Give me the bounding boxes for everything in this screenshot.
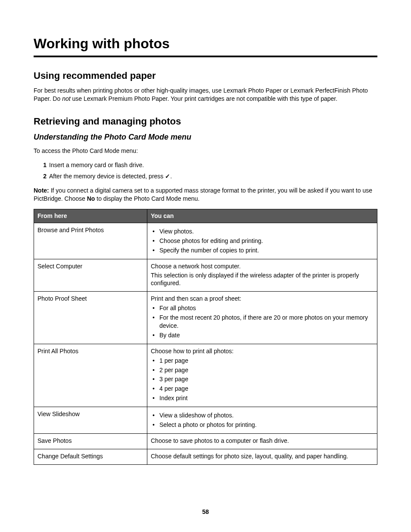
step-number: 2 [39, 172, 47, 180]
table-cell-from-here: Photo Proof Sheet [34, 292, 147, 344]
step-tail: . [170, 173, 172, 180]
cell-bullet: 3 per page [153, 375, 374, 383]
cell-bullet: For all photos [153, 304, 374, 312]
cell-line: This selection is only displayed if the … [151, 271, 374, 288]
intro-text: To access the Photo Card Mode menu: [34, 147, 377, 155]
cell-bullet: 1 per page [153, 357, 374, 365]
paragraph-recommended-paper: For best results when printing photos or… [34, 87, 377, 103]
section-recommended-paper: Using recommended paper For best results… [34, 69, 377, 103]
note-paragraph: Note: If you connect a digital camera se… [34, 187, 377, 203]
table-row: Change Default SettingsChoose default se… [34, 449, 377, 464]
table-cell-you-can: Choose how to print all photos:1 per pag… [147, 344, 377, 407]
table-row: Browse and Print PhotosView photos.Choos… [34, 223, 377, 259]
cell-bullet-list: For all photosFor the most recent 20 pho… [151, 304, 374, 339]
table-cell-from-here: Print All Photos [34, 344, 147, 407]
note-text: to display the Photo Card Mode menu. [95, 195, 199, 202]
cell-bullet: Index print [153, 394, 374, 402]
step-2: 2After the memory device is detected, pr… [39, 172, 377, 180]
table-cell-you-can: Print and then scan a proof sheet:For al… [147, 292, 377, 344]
cell-bullet-list: 1 per page2 per page3 per page4 per page… [151, 357, 374, 402]
table-cell-you-can: Choose a network host computer.This sele… [147, 259, 377, 292]
check-icon: ✓ [165, 173, 170, 180]
cell-bullet: Specify the number of copies to print. [153, 246, 374, 255]
subheading-photo-card-mode: Understanding the Photo Card Mode menu [34, 132, 377, 142]
cell-intro: Choose how to print all photos: [151, 347, 374, 355]
table-row: Save PhotosChoose to save photos to a co… [34, 433, 377, 449]
cell-bullet-list: View photos.Choose photos for editing an… [151, 227, 374, 255]
photo-card-mode-table: From here You can Browse and Print Photo… [34, 209, 377, 465]
cell-line: Choose a network host computer. [151, 262, 374, 271]
table-cell-from-here: Browse and Print Photos [34, 223, 147, 259]
heading-recommended-paper: Using recommended paper [34, 69, 377, 82]
text-italic: not [62, 95, 70, 102]
table-cell-from-here: View Slideshow [34, 407, 147, 434]
note-bold: No [87, 195, 95, 202]
table-row: Print All PhotosChoose how to print all … [34, 344, 377, 407]
cell-bullet-list: View a slideshow of photos.Select a phot… [151, 411, 374, 429]
section-retrieving-photos: Retrieving and managing photos Understan… [34, 115, 377, 465]
table-cell-you-can: View photos.Choose photos for editing an… [147, 223, 377, 259]
heading-retrieving: Retrieving and managing photos [34, 115, 377, 128]
cell-intro: Print and then scan a proof sheet: [151, 295, 374, 303]
cell-bullet: View a slideshow of photos. [153, 411, 374, 420]
table-cell-you-can: View a slideshow of photos.Select a phot… [147, 407, 377, 434]
table-cell-you-can: Choose to save photos to a computer or f… [147, 433, 377, 449]
table-header-row: From here You can [34, 209, 377, 223]
cell-bullet: Select a photo or photos for printing. [153, 421, 374, 429]
steps-list: 1Insert a memory card or flash drive. 2A… [34, 161, 377, 181]
page-number: 58 [34, 508, 377, 516]
table-row: View SlideshowView a slideshow of photos… [34, 407, 377, 434]
step-1: 1Insert a memory card or flash drive. [39, 161, 377, 169]
step-number: 1 [39, 161, 47, 169]
cell-bullet: 4 per page [153, 385, 374, 393]
table-cell-from-here: Change Default Settings [34, 449, 147, 464]
page-title: Working with photos [34, 34, 377, 57]
table-header-you-can: You can [147, 209, 377, 223]
table-row: Photo Proof SheetPrint and then scan a p… [34, 292, 377, 344]
cell-bullet: Choose photos for editing and printing. [153, 237, 374, 245]
cell-bullet: 2 per page [153, 366, 374, 374]
table-cell-from-here: Save Photos [34, 433, 147, 449]
table-cell-from-here: Select Computer [34, 259, 147, 292]
table-row: Select ComputerChoose a network host com… [34, 259, 377, 292]
note-text: If you connect a digital camera set to a… [34, 187, 372, 202]
cell-line: Choose to save photos to a computer or f… [151, 437, 374, 445]
cell-bullet: View photos. [153, 227, 374, 236]
cell-bullet: By date [153, 331, 374, 339]
table-header-from-here: From here [34, 209, 147, 223]
cell-line: Choose default settings for photo size, … [151, 452, 374, 460]
note-label: Note: [34, 187, 49, 194]
cell-bullet: For the most recent 20 photos, if there … [153, 314, 374, 330]
step-text: Insert a memory card or flash drive. [49, 162, 144, 168]
table-cell-you-can: Choose default settings for photo size, … [147, 449, 377, 464]
text: use Lexmark Premium Photo Paper. Your pr… [71, 95, 337, 102]
step-text: After the memory device is detected, pre… [49, 173, 165, 180]
